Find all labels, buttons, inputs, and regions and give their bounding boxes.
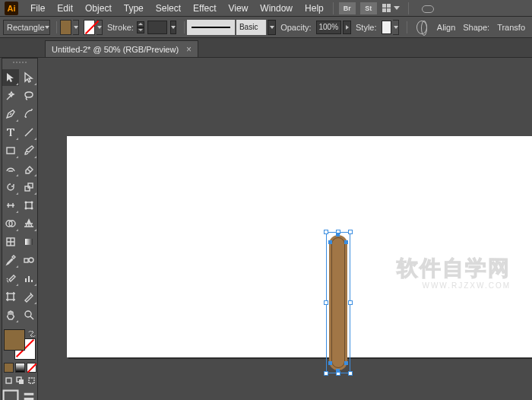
slice-tool[interactable] xyxy=(21,288,37,305)
svg-rect-19 xyxy=(29,378,34,383)
bridge-button[interactable]: Br xyxy=(339,2,356,14)
menu-select[interactable]: Select xyxy=(150,3,187,14)
resize-handle-nw[interactable] xyxy=(324,230,328,234)
document-tab-title: Untitled-2* @ 50% (RGB/Preview) xyxy=(52,45,179,54)
svg-point-15 xyxy=(25,311,31,317)
svg-rect-2 xyxy=(28,183,33,188)
menu-effect[interactable]: Effect xyxy=(187,3,222,14)
svg-rect-1 xyxy=(25,186,30,191)
resize-handle-sw[interactable] xyxy=(324,371,328,376)
brush-definition[interactable] xyxy=(187,20,235,35)
separator xyxy=(407,21,407,33)
resize-handle-ne[interactable] xyxy=(348,230,353,234)
menu-edit[interactable]: Edit xyxy=(51,3,79,14)
resize-handle-e[interactable] xyxy=(348,300,353,305)
eraser-tool[interactable] xyxy=(21,160,37,177)
blend-tool[interactable] xyxy=(21,252,37,268)
anchor-point[interactable] xyxy=(336,233,340,237)
menu-object[interactable]: Object xyxy=(79,3,118,14)
menu-window[interactable]: Window xyxy=(254,3,299,14)
document-tab[interactable]: Untitled-2* @ 50% (RGB/Preview) × xyxy=(45,40,198,57)
shape-type-label: Rectangle xyxy=(7,23,45,32)
anchor-point[interactable] xyxy=(336,369,340,373)
draw-normal-icon[interactable] xyxy=(4,376,14,386)
paintbrush-tool[interactable] xyxy=(21,142,37,159)
workspace-switcher[interactable] xyxy=(382,3,405,14)
free-transform-tool[interactable] xyxy=(21,197,37,214)
graphic-style-dropdown[interactable] xyxy=(393,20,399,35)
opacity-input[interactable]: 100% xyxy=(316,21,342,34)
transform-panel-link[interactable]: Transfo xyxy=(497,23,525,32)
anchor-point[interactable] xyxy=(328,361,332,365)
artboard[interactable] xyxy=(67,136,532,357)
shape-panel-link[interactable]: Shape: xyxy=(463,23,489,32)
rectangle-tool[interactable] xyxy=(2,142,19,159)
close-tab-button[interactable]: × xyxy=(186,44,192,55)
draw-behind-icon[interactable] xyxy=(15,376,25,386)
lasso-tool[interactable] xyxy=(21,87,37,104)
selection-tool[interactable] xyxy=(2,69,19,86)
brush-style-label: Basic xyxy=(239,23,258,31)
anchor-point[interactable] xyxy=(344,240,348,244)
gradient-mode-button[interactable] xyxy=(15,363,25,373)
separator xyxy=(333,2,334,14)
align-panel-link[interactable]: Align xyxy=(437,23,455,32)
artboard-tool[interactable] xyxy=(2,288,19,305)
fill-color-swatch[interactable] xyxy=(4,329,25,351)
color-mode-button[interactable] xyxy=(4,363,14,373)
fill-stroke-control[interactable] xyxy=(2,328,37,361)
selected-shape[interactable] xyxy=(326,232,350,373)
svg-rect-20 xyxy=(4,390,18,400)
none-mode-button[interactable] xyxy=(27,363,36,373)
stock-button[interactable]: St xyxy=(360,2,377,14)
scale-tool[interactable] xyxy=(21,179,37,195)
svg-point-7 xyxy=(31,208,33,210)
anchor-point[interactable] xyxy=(328,240,332,244)
symbol-sprayer-tool[interactable] xyxy=(2,270,19,287)
magic-wand-tool[interactable] xyxy=(2,87,19,104)
anchor-point[interactable] xyxy=(344,361,348,365)
shaper-tool[interactable] xyxy=(2,160,19,177)
swap-fill-stroke-icon[interactable] xyxy=(27,328,36,337)
resize-handle-w[interactable] xyxy=(324,300,328,305)
stroke-weight-spinner[interactable] xyxy=(137,21,144,33)
fill-swatch[interactable] xyxy=(60,20,71,35)
recolor-artwork-icon[interactable] xyxy=(416,21,427,34)
shape-builder-tool[interactable] xyxy=(2,215,19,232)
sync-settings-icon[interactable] xyxy=(420,4,435,13)
shape-type-dropdown[interactable]: Rectangle xyxy=(3,20,50,35)
resize-handle-se[interactable] xyxy=(348,371,353,376)
column-graph-tool[interactable] xyxy=(21,270,37,287)
stroke-weight-menu[interactable] xyxy=(170,21,176,34)
panel-grip[interactable] xyxy=(2,62,37,68)
menu-type[interactable]: Type xyxy=(118,3,150,14)
brush-menu[interactable] xyxy=(268,20,276,35)
curvature-tool[interactable] xyxy=(21,106,37,122)
perspective-grid-tool[interactable] xyxy=(21,215,37,232)
document-tab-bar: Untitled-2* @ 50% (RGB/Preview) × xyxy=(0,38,532,58)
stroke-swatch[interactable] xyxy=(84,20,95,35)
zoom-tool[interactable] xyxy=(21,306,37,323)
width-tool[interactable] xyxy=(2,197,19,214)
rotate-tool[interactable] xyxy=(2,179,19,195)
menu-help[interactable]: Help xyxy=(299,3,330,14)
opacity-dropdown[interactable] xyxy=(343,21,351,34)
fill-dropdown[interactable] xyxy=(73,20,79,35)
hand-tool[interactable] xyxy=(2,306,19,323)
brush-style-dropdown[interactable]: Basic xyxy=(236,20,266,35)
mesh-tool[interactable] xyxy=(2,233,19,250)
eyedropper-tool[interactable] xyxy=(2,252,19,268)
screen-mode-button[interactable] xyxy=(2,390,19,400)
direct-selection-tool[interactable] xyxy=(21,69,37,86)
default-fill-stroke-icon[interactable] xyxy=(2,354,10,361)
line-segment-tool[interactable] xyxy=(21,124,37,141)
stroke-weight-input[interactable] xyxy=(147,21,167,34)
edit-toolbar-button[interactable] xyxy=(21,390,37,400)
type-tool[interactable] xyxy=(2,124,19,141)
pen-tool[interactable] xyxy=(2,106,19,122)
menu-file[interactable]: File xyxy=(24,3,51,14)
graphic-style-swatch[interactable] xyxy=(382,21,392,34)
draw-inside-icon[interactable] xyxy=(27,376,36,386)
gradient-tool[interactable] xyxy=(21,233,37,250)
menu-view[interactable]: View xyxy=(223,3,255,14)
